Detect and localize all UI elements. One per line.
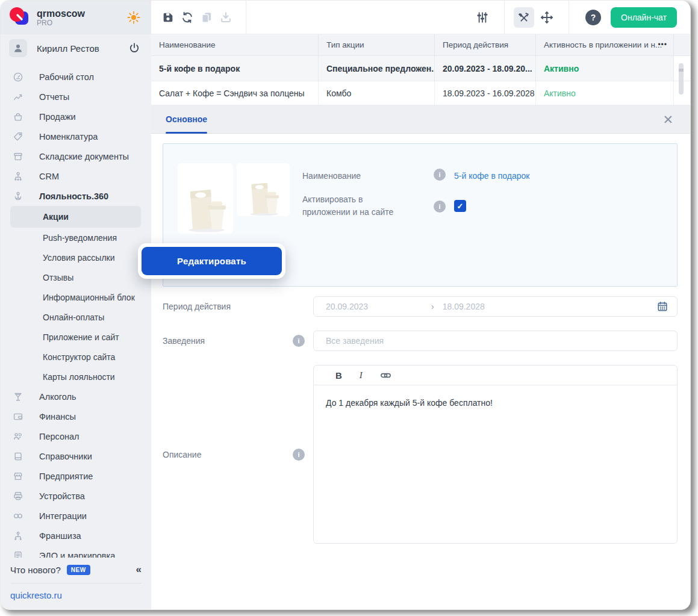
venues-info-icon[interactable]: i	[293, 335, 305, 347]
table-scrollbar[interactable]	[679, 63, 684, 95]
activate-info-icon[interactable]: i	[434, 201, 446, 213]
tools-icon[interactable]	[514, 7, 534, 28]
integrations-icon	[13, 511, 23, 521]
site-link[interactable]: quickresto.ru	[10, 590, 62, 600]
staff-icon	[13, 431, 23, 442]
sidebar-item-label: Продажи	[39, 112, 76, 122]
bold-icon[interactable]: B	[335, 370, 342, 381]
sidebar-item-staff[interactable]: Персонал	[1, 426, 151, 446]
column-header-period[interactable]: Период действия	[434, 34, 535, 55]
description-text[interactable]: До 1 декабря каждый 5-й кофе бесплатно!	[314, 385, 677, 420]
refresh-icon[interactable]	[179, 9, 196, 26]
enterprise-icon	[13, 471, 23, 482]
directories-icon	[13, 451, 23, 462]
cell-status: Активно	[535, 81, 673, 105]
sidebar-item-push-notifications[interactable]: Push-уведомления	[1, 228, 151, 247]
sidebar-item-franchise[interactable]: Франшиза	[1, 526, 151, 546]
theme-sun-icon[interactable]	[127, 11, 140, 24]
sidebar-item-reviews[interactable]: Отзывы	[1, 267, 151, 287]
download-icon	[217, 9, 234, 26]
collapse-sidebar-icon[interactable]: «	[136, 564, 142, 576]
table-row[interactable]: 5-й кофе в подарокСпециальное предложен.…	[151, 56, 690, 81]
columns-menu-icon[interactable]: •••	[658, 34, 667, 55]
tag-icon	[13, 131, 23, 142]
table-row[interactable]: Салат + Кофе = Сэндвич за полценыКомбо18…	[151, 81, 690, 105]
italic-icon[interactable]: I	[360, 370, 363, 381]
period-input[interactable]: 20.09.2023 › 18.09.2028	[313, 296, 678, 317]
move-icon[interactable]	[537, 7, 557, 28]
sidebar-item-warehouse-docs[interactable]: Складские документы	[1, 146, 151, 166]
period-to-value: 18.09.2028	[443, 302, 485, 311]
toolbar: ? Онлайн-чат	[151, 1, 690, 34]
filters-icon[interactable]	[472, 7, 493, 28]
sidebar-item-sales[interactable]: Продажи	[1, 107, 151, 126]
period-label: Период действия	[163, 302, 231, 311]
sidebar-item-loyalty-cards[interactable]: Карты лояльности	[1, 367, 151, 387]
name-info-icon[interactable]: i	[434, 169, 446, 181]
sidebar-item-label: Акции	[43, 212, 69, 222]
sidebar-item-site-builder[interactable]: Конструктор сайта	[1, 347, 151, 367]
warehouse-icon	[13, 151, 23, 162]
description-editor[interactable]: B I До 1 декабря каждый 5-й кофе бесплат…	[313, 365, 678, 544]
sidebar-item-reports[interactable]: Отчеты	[1, 87, 151, 107]
sidebar-item-promotions[interactable]: Акции	[10, 206, 141, 228]
sidebar-item-directories[interactable]: Справочники	[1, 446, 151, 466]
period-from-value: 20.09.2023	[326, 302, 431, 311]
cell-type: Комбо	[318, 81, 434, 105]
copy-icon	[198, 9, 215, 26]
finance-icon	[13, 411, 23, 422]
sidebar-item-label: Предприятие	[39, 471, 93, 481]
promo-fields: Период действия 20.09.2023 › 18.09.2028	[163, 296, 678, 544]
tab-main[interactable]: Основное	[166, 105, 207, 133]
sidebar-item-info-block[interactable]: Информационный блок	[1, 287, 151, 307]
calendar-icon[interactable]	[656, 300, 668, 313]
save-icon[interactable]	[160, 9, 176, 26]
sidebar-item-loyalty-360[interactable]: Лояльность.360	[1, 186, 151, 206]
period-row: Период действия 20.09.2023 › 18.09.2028	[163, 296, 678, 317]
cell-status: Активно	[535, 56, 673, 81]
venues-input[interactable]: Все заведения	[313, 331, 678, 351]
sidebar-item-devices[interactable]: Устройства	[1, 486, 151, 506]
toolbar-left-group	[160, 9, 237, 26]
sidebar-item-alcohol[interactable]: Алкоголь	[1, 387, 151, 406]
sidebar-item-crm[interactable]: CRM	[1, 166, 151, 186]
sidebar-item-mailing-conditions[interactable]: Условия рассылки	[1, 247, 151, 267]
online-chat-button[interactable]: Онлайн-чат	[611, 7, 677, 28]
link-icon[interactable]	[380, 370, 391, 381]
sidebar-item-enterprise[interactable]: Предприятие	[1, 466, 151, 486]
sidebar-item-edo[interactable]: ЭДО и маркировка	[1, 546, 151, 558]
alcohol-icon	[13, 391, 23, 402]
detail-panel: Основное ✕	[151, 105, 690, 609]
sidebar-item-desktop[interactable]: Рабочий стол	[1, 67, 151, 87]
column-header-type[interactable]: Тип акции	[318, 34, 434, 55]
name-label: Наименование	[302, 171, 361, 181]
edit-button[interactable]: Редактировать	[142, 247, 282, 275]
sidebar-item-label: Рабочий стол	[39, 72, 94, 82]
promo-name-link[interactable]: 5-й кофе в подарок	[454, 171, 529, 181]
column-header-name[interactable]: Наименование	[151, 34, 318, 55]
promo-image-small[interactable]	[237, 163, 290, 216]
sidebar-item-label: Отзывы	[43, 273, 73, 282]
whats-new-link[interactable]: Что нового?	[10, 565, 61, 575]
site-row: quickresto.ru	[10, 583, 142, 609]
user-row[interactable]: Кирилл Рестов	[1, 34, 151, 62]
sidebar-item-label: Онлайн-оплаты	[43, 313, 104, 322]
activate-checkbox[interactable]	[454, 200, 466, 212]
sidebar-item-finance[interactable]: Финансы	[1, 406, 151, 426]
logout-power-icon[interactable]	[128, 42, 140, 54]
cell-type: Специальное предложен...	[318, 56, 434, 81]
desktop-icon	[13, 72, 23, 82]
help-button[interactable]: ?	[585, 10, 601, 25]
sidebar-item-label: Устройства	[39, 491, 85, 501]
sidebar-item-label: Номенклатура	[39, 132, 98, 142]
sidebar-item-integrations[interactable]: Интеграции	[1, 506, 151, 526]
sidebar-item-nomenclature[interactable]: Номенклатура	[1, 126, 151, 146]
sidebar-item-online-payments[interactable]: Онлайн-оплаты	[1, 307, 151, 327]
description-info-icon[interactable]: i	[293, 449, 305, 461]
promo-image-large[interactable]	[178, 163, 233, 234]
app-window: qrmoscow PRO Кирилл Рестов	[0, 0, 691, 610]
cell-period: 20.09.2023 - 18.09.20...	[434, 56, 535, 81]
close-icon[interactable]: ✕	[662, 113, 673, 126]
column-header-activity[interactable]: Активность в приложении и н... •••	[535, 34, 673, 55]
sidebar-item-app-and-site[interactable]: Приложение и сайт	[1, 327, 151, 347]
